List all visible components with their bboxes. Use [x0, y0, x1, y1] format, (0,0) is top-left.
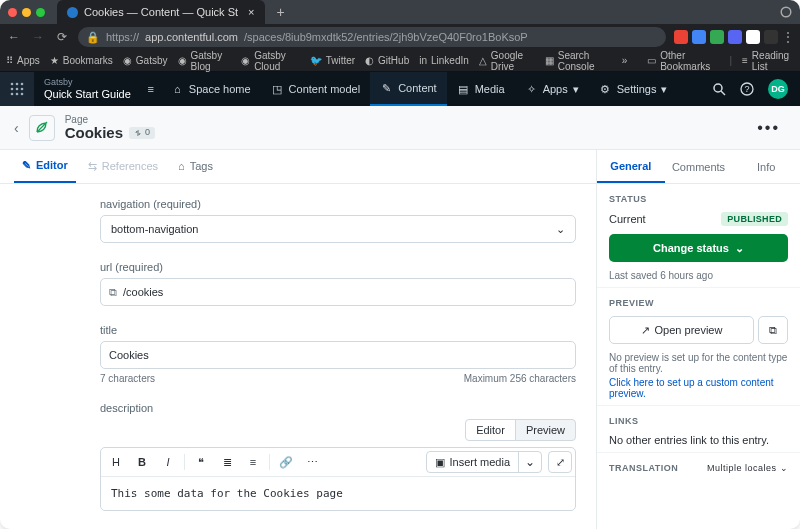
rte-link-button[interactable]: 🔗 [274, 451, 298, 473]
references-icon: ⇆ [88, 160, 97, 173]
app-launcher-icon[interactable] [0, 72, 34, 106]
translation-select[interactable]: Multiple locales ⌄ [707, 463, 788, 473]
rte-quote-button[interactable]: ❝ [189, 451, 213, 473]
rte-heading-button[interactable]: H [104, 451, 128, 473]
rte-bold-button[interactable]: B [130, 451, 154, 473]
open-preview-button[interactable]: ↗Open preview [609, 316, 754, 344]
title-input[interactable]: Cookies [100, 341, 576, 369]
svg-point-8 [11, 93, 14, 96]
nav-reload-icon[interactable]: ⟳ [54, 29, 70, 45]
bookmarks-bar[interactable]: ⠿ Apps ★ Bookmarks ◉ Gatsby ◉ Gatsby Blo… [0, 50, 800, 72]
new-tab-icon[interactable]: + [277, 4, 285, 20]
extensions-tray[interactable]: ⋮ [674, 30, 794, 44]
apps-icon: ✧ [525, 83, 538, 96]
rte-mode-preview[interactable]: Preview [515, 419, 576, 441]
links-heading: LINKS [609, 416, 788, 426]
apps-shortcut[interactable]: ⠿ Apps [6, 55, 40, 66]
nav-space-home[interactable]: ⌂Space home [161, 72, 261, 106]
bookmark-item[interactable]: △ Google Drive [479, 50, 535, 72]
bookmark-item[interactable]: ★ Bookmarks [50, 55, 113, 66]
rte-ul-button[interactable]: ≣ [215, 451, 239, 473]
space-switcher[interactable]: Gatsby Quick Start Guide [34, 78, 141, 100]
model-icon: ◳ [271, 83, 284, 96]
svg-point-6 [16, 88, 19, 91]
other-bookmarks[interactable]: ▭ Other Bookmarks [647, 50, 719, 72]
rte-expand-button[interactable]: ⤢ [548, 451, 572, 473]
change-status-button[interactable]: Change status⌄ [609, 234, 788, 262]
setup-preview-link[interactable]: Click here to set up a custom content pr… [609, 377, 788, 399]
chevron-down-icon: ⌄ [735, 242, 744, 255]
bookmark-item[interactable]: ▦ Search Console [545, 50, 612, 72]
status-heading: STATUS [609, 194, 788, 204]
nav-back-icon[interactable]: ← [6, 29, 22, 45]
reading-list[interactable]: ≡ Reading List [742, 50, 794, 72]
back-icon[interactable]: ‹ [14, 120, 19, 136]
window-controls[interactable] [8, 8, 45, 17]
browser-tab[interactable]: Cookies — Content — Quick St × [57, 0, 265, 24]
svg-point-7 [21, 88, 24, 91]
insert-media-button[interactable]: ▣Insert media ⌄ [426, 451, 542, 473]
content-type-icon [29, 115, 55, 141]
links-chip[interactable]: 0 [129, 127, 155, 139]
nav-content[interactable]: ✎Content [370, 72, 447, 106]
rte-content[interactable]: This some data for the Cookies page [101, 477, 575, 510]
nav-apps[interactable]: ✧Apps ▾ [515, 72, 589, 106]
bookmark-item[interactable]: ◉ Gatsby [123, 55, 168, 66]
nav-media[interactable]: ▤Media [447, 72, 515, 106]
copy-preview-button[interactable]: ⧉ [758, 316, 788, 344]
environment-menu-icon[interactable]: ≡ [141, 83, 161, 95]
bookmark-item[interactable]: 🐦 Twitter [310, 55, 355, 66]
url-input[interactable]: ⧉ /cookies [100, 278, 576, 306]
chevron-down-icon: ▾ [573, 83, 579, 96]
bookmark-item[interactable]: in LinkedIn [419, 55, 469, 66]
status-badge: PUBLISHED [721, 212, 788, 226]
sidebar-tab-info[interactable]: Info [732, 150, 800, 183]
close-tab-icon[interactable]: × [248, 6, 254, 18]
sidebar-tab-general[interactable]: General [597, 150, 665, 183]
rte-more-button[interactable]: ⋯ [300, 451, 324, 473]
svg-point-9 [16, 93, 19, 96]
help-icon[interactable]: ? [740, 82, 754, 96]
tag-icon: ⌂ [178, 160, 185, 172]
nav-content-model[interactable]: ◳Content model [261, 72, 371, 106]
svg-point-4 [21, 83, 24, 86]
chevron-down-icon: ⌄ [518, 452, 541, 472]
copy-icon: ⧉ [769, 324, 777, 337]
char-count: 7 characters [100, 373, 155, 384]
svg-point-3 [16, 83, 19, 86]
nav-settings[interactable]: ⚙Settings ▾ [589, 72, 678, 106]
link-icon: ⧉ [109, 286, 117, 299]
svg-line-12 [721, 91, 725, 95]
char-max: Maximum 256 characters [464, 373, 576, 384]
gear-icon: ⚙ [599, 83, 612, 96]
avatar[interactable]: DG [768, 79, 788, 99]
svg-point-10 [21, 93, 24, 96]
tab-editor[interactable]: ✎Editor [14, 150, 76, 183]
rte-mode-editor[interactable]: Editor [465, 419, 516, 441]
media-icon: ▤ [457, 83, 470, 96]
bookmark-item[interactable]: ◐ GitHub [365, 55, 409, 66]
address-bar[interactable]: 🔒 https://app.contentful.com/spaces/8iub… [78, 27, 666, 47]
no-preview-msg: No preview is set up for the content typ… [609, 352, 788, 374]
svg-point-0 [67, 7, 78, 18]
no-links-msg: No other entries link to this entry. [609, 434, 788, 446]
rte-italic-button[interactable]: I [156, 451, 180, 473]
search-icon[interactable] [712, 82, 726, 96]
tab-references[interactable]: ⇆References [80, 150, 166, 183]
rte-ol-button[interactable]: ≡ [241, 451, 265, 473]
tab-tags[interactable]: ⌂Tags [170, 150, 221, 183]
sidebar-tab-comments[interactable]: Comments [665, 150, 733, 183]
chevron-down-icon: ⌄ [556, 223, 565, 236]
browser-tab-title: Cookies — Content — Quick St [84, 6, 238, 18]
bookmark-item[interactable]: ◉ Gatsby Cloud [241, 50, 300, 72]
profile-icon[interactable] [780, 6, 792, 18]
navigation-select[interactable]: bottom-navigation ⌄ [100, 215, 576, 243]
entry-title: Cookies [65, 125, 123, 142]
field-label-description: description [100, 402, 576, 414]
bookmark-item[interactable]: ◉ Gatsby Blog [178, 50, 232, 72]
nav-fwd-icon: → [30, 29, 46, 45]
edit-icon: ✎ [380, 82, 393, 95]
field-label-title: title [100, 324, 576, 336]
preview-heading: PREVIEW [609, 298, 788, 308]
more-actions-icon[interactable]: ••• [757, 119, 786, 137]
